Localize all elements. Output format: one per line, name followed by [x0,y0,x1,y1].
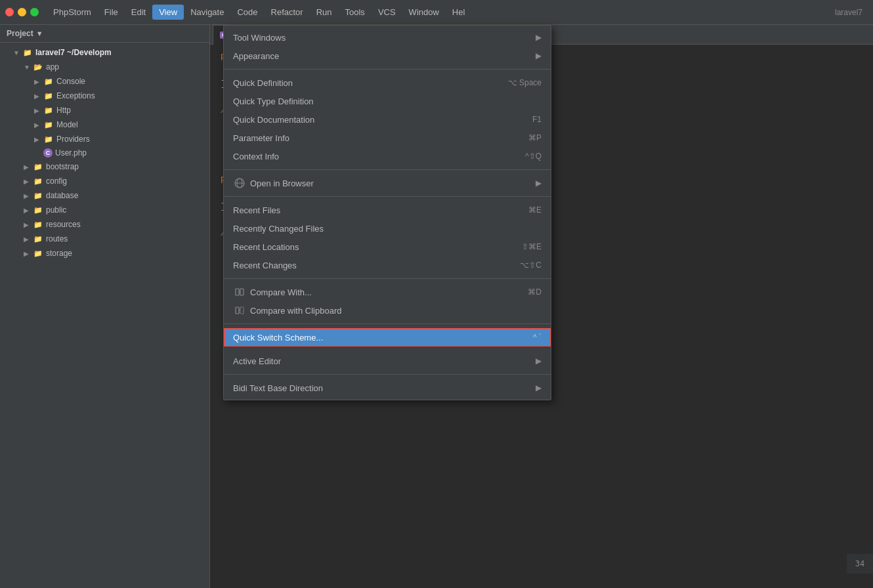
menu-item-label: Tool Windows [233,33,530,43]
sidebar-item-model[interactable]: ▶ 📁 Model [0,117,209,132]
globe-icon [233,178,246,188]
sidebar-item-label: Http [56,106,71,115]
sidebar-item-providers[interactable]: ▶ 📁 Providers [0,132,209,146]
menu-item-active-editor[interactable]: Active Editor ▶ [224,352,551,370]
menu-item-label: Recently Changed Files [233,224,542,234]
sidebar-item-resources[interactable]: ▶ 📁 resources [0,217,209,232]
expand-arrow-icon: ▶ [34,78,42,85]
folder-open-icon: 📂 [33,62,43,72]
sidebar-item-config[interactable]: ▶ 📁 config [0,174,209,188]
menu-divider [224,196,551,197]
menu-help[interactable]: Hel [446,5,472,20]
sidebar-item-laravel7[interactable]: ▼ 📁 laravel7 ~/Developm [0,45,209,60]
menu-item-quick-type-definition[interactable]: Quick Type Definition [224,92,551,110]
menu-item-recent-files[interactable]: Recent Files ⌘E [224,201,551,219]
menu-divider [224,374,551,375]
menu-item-appearance[interactable]: Appearance ▶ [224,47,551,65]
menu-refactor[interactable]: Refactor [265,5,310,20]
menu-file[interactable]: File [98,5,125,20]
expand-arrow-icon: ▶ [34,107,42,114]
menu-section-1: Tool Windows ▶ Appearance ▶ [224,26,551,68]
sidebar-item-bootstrap[interactable]: ▶ 📁 bootstrap [0,159,209,174]
menu-item-context-info[interactable]: Context Info ^⇧Q [224,147,551,165]
menu-item-open-in-browser[interactable]: Open in Browser ▶ [224,174,551,192]
menu-tools[interactable]: Tools [339,5,372,20]
sidebar-item-exceptions[interactable]: ▶ 📁 Exceptions [0,89,209,103]
menu-run[interactable]: Run [310,5,339,20]
sidebar-item-routes[interactable]: ▶ 📁 routes [0,232,209,246]
submenu-arrow-icon: ▶ [536,356,542,366]
chevron-down-icon: ▼ [36,30,43,37]
menu-item-quick-definition[interactable]: Quick Definition ⌥ Space [224,74,551,92]
expand-arrow-icon: ▶ [24,178,32,185]
expand-arrow-icon: ▶ [34,136,42,143]
sidebar-item-app[interactable]: ▼ 📂 app [0,60,209,74]
sidebar-item-label: config [46,177,67,186]
menu-item-compare-clipboard[interactable]: Compare with Clipboard [224,301,551,320]
folder-icon: 📁 [33,219,43,230]
sidebar-item-http[interactable]: ▶ 📁 Http [0,103,209,117]
minimize-button[interactable] [18,8,26,16]
menu-section-6: Quick Switch Scheme... ^ ` [224,326,551,349]
sidebar-item-label: routes [46,234,68,243]
expand-arrow-icon: ▶ [24,207,32,214]
menu-view[interactable]: View [152,5,184,20]
sidebar-item-console[interactable]: ▶ 📁 Console [0,74,209,89]
menu-divider [224,324,551,324]
submenu-arrow-icon: ▶ [536,383,542,392]
menu-window[interactable]: Window [402,5,446,20]
close-button[interactable] [5,8,14,16]
menu-item-shortcut: ⌥⇧C [520,261,542,270]
expand-arrow-icon: ▶ [24,250,32,257]
menu-item-recent-locations[interactable]: Recent Locations ⇧⌘E [224,238,551,256]
sidebar-item-label: Exceptions [56,91,95,100]
menu-item-label: Open in Browser [250,178,530,188]
line-number-indicator: 34 [847,554,873,574]
sidebar-item-public[interactable]: ▶ 📁 public [0,203,209,217]
compare-icon [233,287,246,297]
sidebar-item-label: public [46,205,66,215]
menu-navigate[interactable]: Navigate [184,5,230,20]
menu-item-label: Quick Definition [233,78,482,88]
menu-item-bidi-text[interactable]: Bidi Text Base Direction ▶ [224,379,551,397]
sidebar-tree: ▼ 📁 laravel7 ~/Developm ▼ 📂 app ▶ 📁 Cons… [0,43,209,263]
sidebar-item-label: Console [56,77,85,86]
folder-icon: 📁 [33,205,43,215]
sidebar-item-userphp[interactable]: ▶ C User.php [0,146,209,159]
fullscreen-button[interactable] [30,8,39,16]
menu-item-quick-documentation[interactable]: Quick Documentation F1 [224,110,551,129]
menu-item-shortcut: ⌘P [528,133,542,142]
menu-item-label: Bidi Text Base Direction [233,383,530,393]
sidebar-item-label: resources [46,220,81,229]
menu-item-tool-windows[interactable]: Tool Windows ▶ [224,28,551,47]
collapse-arrow-icon: ▼ [24,64,32,71]
folder-icon: 📁 [43,119,54,130]
menu-item-shortcut: ⇧⌘E [522,242,542,251]
menu-item-quick-switch-scheme[interactable]: Quick Switch Scheme... ^ ` [224,328,551,346]
menu-vcs[interactable]: VCS [372,5,402,20]
menu-item-parameter-info[interactable]: Parameter Info ⌘P [224,129,551,147]
folder-icon: 📁 [33,248,43,259]
menu-section-7: Active Editor ▶ [224,349,551,373]
menu-item-compare-with[interactable]: Compare With... ⌘D [224,283,551,301]
menu-section-4: Recent Files ⌘E Recently Changed Files R… [224,198,551,277]
menu-edit[interactable]: Edit [125,5,152,20]
sidebar-item-label: app [46,62,59,72]
menu-item-shortcut: F1 [532,115,542,124]
folder-icon: 📁 [33,190,43,201]
menu-code[interactable]: Code [230,5,264,20]
collapse-arrow-icon: ▼ [13,49,21,56]
expand-arrow-icon: ▶ [24,192,32,200]
submenu-arrow-icon: ▶ [536,33,542,42]
sidebar-item-label: Model [56,120,78,129]
expand-arrow-icon: ▶ [34,93,42,100]
sidebar-item-storage[interactable]: ▶ 📁 storage [0,246,209,261]
menu-phpstorm[interactable]: PhpStorm [47,5,98,20]
folder-open-icon: 📁 [22,47,33,58]
menu-item-recently-changed[interactable]: Recently Changed Files [224,219,551,238]
menu-item-label: Appearance [233,51,530,61]
menu-item-label: Parameter Info [233,133,502,143]
menu-item-recent-changes[interactable]: Recent Changes ⌥⇧C [224,256,551,274]
sidebar-item-database[interactable]: ▶ 📁 database [0,188,209,203]
svg-rect-4 [240,289,244,295]
